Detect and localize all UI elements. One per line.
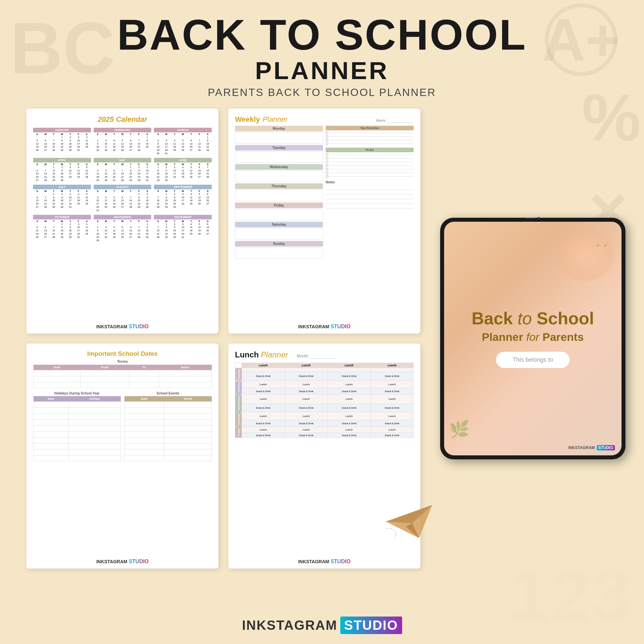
table-row <box>33 408 121 414</box>
table-row <box>124 455 212 461</box>
tablet-brand: INKSTAGRAM <box>568 445 595 450</box>
events-table: DateEvent <box>124 396 212 461</box>
month-may: MAY SMTWTFS 123 45678910 11121314151617 … <box>94 158 152 182</box>
month-september: SEPTEMBER SMTWTFS 123456 78910111213 141… <box>154 185 212 212</box>
calendar-footer: INKSTAGRAM STUDIO <box>96 324 149 330</box>
events-section: School Events DateEvent <box>124 391 212 465</box>
month-february: FEBRUARY SMTWTFS 1 2345678 9101112131415… <box>94 128 152 155</box>
lunch-table: Lunch Lunch Lunch Lunch Monday Snack & D… <box>235 363 414 438</box>
weekly-header: Weekly Planner Week: <box>235 115 414 124</box>
terms-table: TermFromToNotes <box>33 365 212 388</box>
isd-studio: STUDIO <box>129 559 149 564</box>
month-march: MARCH SMTWTFS 1 2345678 9101112131415 16… <box>154 128 212 155</box>
tablet-screen: 🌿 ✦ ✦ Back to School Planner for Parents… <box>444 222 621 455</box>
table-row <box>33 370 212 376</box>
friday-lunch-row: Friday LunchLunchLunchLunch <box>235 427 414 433</box>
tablet-cover-content: Back to School Planner for Parents This … <box>462 309 604 368</box>
days-column: Monday Tuesday Wednesday Thursday Friday <box>235 126 323 260</box>
day-wednesday: Wednesday <box>235 164 323 170</box>
watercolor-decor <box>555 228 615 281</box>
table-row <box>124 414 212 420</box>
belongs-to-text: This belongs to <box>513 356 553 363</box>
table-row <box>33 432 121 437</box>
notes-label: Notes <box>326 180 414 184</box>
camera-dot <box>537 217 540 220</box>
tablet-studio-text: STUDIO <box>598 445 613 450</box>
priorities-column: Top Priorities To-Do Notes <box>326 126 414 260</box>
monday-lunch-row: Monday <box>235 368 414 372</box>
tuesday-lunch-row: Tuesday LunchLunchLunchLunch <box>235 381 414 388</box>
month-january: JANUARY SMTWTFS 1234 567891011 121314151… <box>33 128 91 155</box>
thursday-lunch-row: Thursday LunchLunchLunchLunch <box>235 412 414 420</box>
sub-title: PLANNER <box>0 56 644 85</box>
lunch-title-main: Lunch <box>235 350 259 359</box>
calendar-title: 2025 Calendar <box>33 115 212 124</box>
weekly-studio: STUDIO <box>331 324 350 329</box>
weekly-page: Weekly Planner Week: Monday Tuesday Wedn… <box>228 109 420 334</box>
cal-brand: INKSTAGRAM <box>96 324 127 329</box>
tablet-studio-box: STUDIO <box>597 445 615 450</box>
notes-lines <box>326 185 414 208</box>
monday-snack-row: Snack & DrinkSnack & DrinkSnack & DrinkS… <box>235 372 414 381</box>
weekly-brand: INKSTAGRAM <box>298 324 329 329</box>
bottom-brand-studio: STUDIO <box>344 618 398 632</box>
tablet-footer: INKSTAGRAM STUDIO <box>568 445 615 450</box>
bottom-studio-box: STUDIO <box>340 617 402 634</box>
day-friday: Friday <box>235 203 323 208</box>
terms-label: Terms <box>33 359 212 363</box>
table-row <box>33 443 121 449</box>
table-row <box>33 449 121 455</box>
paper-airplane-decor <box>386 505 432 538</box>
table-row <box>124 426 212 432</box>
wednesday-snack-row: Snack & DrinkSnack & DrinkSnack & DrinkS… <box>235 404 414 412</box>
month-november: NOVEMBER SMTWTFS 1 2345678 9101112131415… <box>94 215 152 242</box>
table-row <box>33 455 121 461</box>
tablet-container: 🌿 ✦ ✦ Back to School Planner for Parents… <box>430 109 635 569</box>
tablet-camera <box>526 217 540 220</box>
camera-line <box>526 218 535 219</box>
tablet-subtitle: Planner for Parents <box>472 331 594 344</box>
isd-footer: INKSTAGRAM STUDIO <box>96 559 149 565</box>
svg-point-3 <box>386 528 396 538</box>
tablet-title: Back to School <box>472 309 594 328</box>
thursday-snack-row: Snack & DrinkSnack & DrinkSnack & DrinkS… <box>235 420 414 427</box>
calendar-page: 2025 Calendar JANUARY SMTWTFS 1234 56789… <box>26 109 218 334</box>
belongs-to-box: This belongs to <box>496 352 570 368</box>
month-label: Month: <box>297 354 337 359</box>
bottom-brand: INKSTAGRAM STUDIO <box>242 617 402 634</box>
month-december: DECEMBER SMTWTFS 123456 78910111213 1415… <box>154 215 212 242</box>
priorities-title: Top Priorities <box>326 126 414 130</box>
table-row <box>124 443 212 449</box>
month-june: JUNE SMTWTFS 1234567 891011121314 151617… <box>154 158 212 182</box>
calendar-grid: JANUARY SMTWTFS 1234 567891011 121314151… <box>33 128 212 242</box>
weekly-title-script: Planner <box>262 115 288 124</box>
table-row <box>124 437 212 443</box>
table-row <box>124 408 212 414</box>
tuesday-snack-row: Snack & DrinkSnack & DrinkSnack & DrinkS… <box>235 388 414 394</box>
table-row <box>33 402 121 408</box>
floral-decor: 🌿 <box>449 420 470 439</box>
wednesday-lunch-row: Wednesday LunchLunchLunchLunch <box>235 394 414 404</box>
table-row <box>33 382 212 388</box>
weekly-footer: INKSTAGRAM STUDIO <box>298 324 350 330</box>
main-title: BACK TO SCHOOL <box>0 13 644 56</box>
lunch-studio: STUDIO <box>331 559 350 564</box>
week-label: Week: <box>376 118 414 123</box>
isd-brand: INKSTAGRAM <box>96 559 127 564</box>
day-sunday: Sunday <box>235 241 323 247</box>
month-october: OCTOBER SMTWTFS 1234 567891011 121314151… <box>33 215 91 242</box>
page-header: BACK TO SCHOOL PLANNER PARENTS BACK TO S… <box>0 0 644 99</box>
lunch-brand: INKSTAGRAM <box>298 559 329 564</box>
holidays-section: Holidays During School Year DateHoliday <box>33 391 121 465</box>
table-row <box>124 402 212 408</box>
school-dates-page: Important School Dates Terms TermFromToN… <box>26 344 218 569</box>
todo-title: To-Do <box>326 148 414 152</box>
isd-dual-section: Holidays During School Year DateHoliday <box>33 391 212 465</box>
month-july: JULY SMTWTFS 12345 6789101112 1314151617… <box>33 185 91 212</box>
day-saturday: Saturday <box>235 222 323 227</box>
table-row <box>33 376 212 382</box>
stars-decor: ✦ ✦ <box>595 242 608 250</box>
table-row <box>124 449 212 455</box>
table-row <box>124 432 212 437</box>
content-grid: 2025 Calendar JANUARY SMTWTFS 1234 56789… <box>0 99 644 578</box>
